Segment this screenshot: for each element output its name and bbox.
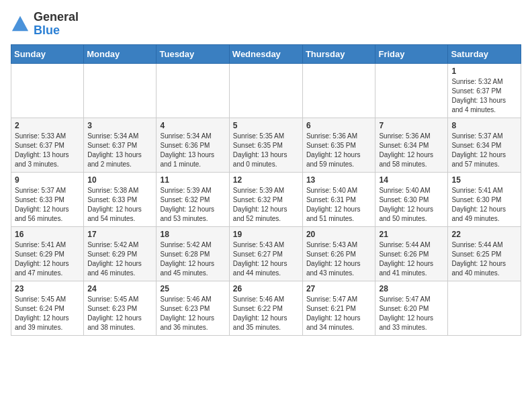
calendar-cell: 4Sunrise: 5:34 AM Sunset: 6:36 PM Daylig… [157, 118, 229, 172]
calendar-cell: 12Sunrise: 5:39 AM Sunset: 6:32 PM Dayli… [229, 172, 302, 226]
calendar-cell: 13Sunrise: 5:40 AM Sunset: 6:31 PM Dayli… [302, 172, 375, 226]
calendar-cell [375, 63, 448, 118]
calendar-week-row: 2Sunrise: 5:33 AM Sunset: 6:37 PM Daylig… [11, 118, 521, 172]
day-info: Sunrise: 5:36 AM Sunset: 6:34 PM Dayligh… [379, 132, 444, 169]
calendar-cell: 16Sunrise: 5:41 AM Sunset: 6:29 PM Dayli… [11, 226, 84, 281]
day-header-wednesday: Wednesday [229, 44, 302, 63]
day-header-tuesday: Tuesday [157, 44, 229, 63]
day-info: Sunrise: 5:40 AM Sunset: 6:30 PM Dayligh… [379, 186, 444, 224]
day-info: Sunrise: 5:41 AM Sunset: 6:30 PM Dayligh… [451, 186, 517, 224]
calendar-cell: 8Sunrise: 5:37 AM Sunset: 6:34 PM Daylig… [448, 118, 521, 172]
day-number: 24 [87, 284, 152, 293]
day-number: 2 [15, 121, 80, 130]
day-number: 9 [15, 175, 80, 185]
calendar-cell [84, 63, 157, 118]
day-number: 14 [379, 175, 444, 185]
calendar-cell: 1Sunrise: 5:32 AM Sunset: 6:37 PM Daylig… [448, 63, 521, 118]
day-info: Sunrise: 5:47 AM Sunset: 6:20 PM Dayligh… [379, 295, 444, 332]
calendar-cell: 2Sunrise: 5:33 AM Sunset: 6:37 PM Daylig… [11, 118, 84, 172]
day-info: Sunrise: 5:37 AM Sunset: 6:33 PM Dayligh… [15, 186, 80, 224]
day-info: Sunrise: 5:43 AM Sunset: 6:26 PM Dayligh… [306, 240, 372, 278]
day-info: Sunrise: 5:45 AM Sunset: 6:24 PM Dayligh… [15, 295, 80, 332]
day-number: 7 [379, 121, 444, 130]
day-info: Sunrise: 5:41 AM Sunset: 6:29 PM Dayligh… [15, 240, 80, 278]
day-header-friday: Friday [375, 44, 448, 63]
calendar-cell: 11Sunrise: 5:39 AM Sunset: 6:32 PM Dayli… [157, 172, 229, 226]
day-number: 6 [306, 121, 372, 130]
day-number: 21 [379, 230, 444, 239]
calendar-cell: 15Sunrise: 5:41 AM Sunset: 6:30 PM Dayli… [448, 172, 521, 226]
day-number: 22 [451, 230, 517, 239]
calendar-cell: 25Sunrise: 5:46 AM Sunset: 6:23 PM Dayli… [157, 281, 229, 335]
day-info: Sunrise: 5:37 AM Sunset: 6:34 PM Dayligh… [451, 132, 517, 169]
day-info: Sunrise: 5:39 AM Sunset: 6:32 PM Dayligh… [160, 186, 225, 224]
days-of-week-row: SundayMondayTuesdayWednesdayThursdayFrid… [11, 44, 521, 63]
day-info: Sunrise: 5:44 AM Sunset: 6:25 PM Dayligh… [451, 240, 517, 278]
day-number: 19 [233, 230, 299, 239]
calendar-cell: 5Sunrise: 5:35 AM Sunset: 6:35 PM Daylig… [229, 118, 302, 172]
calendar-header: SundayMondayTuesdayWednesdayThursdayFrid… [11, 44, 521, 63]
day-number: 25 [160, 284, 225, 293]
day-info: Sunrise: 5:38 AM Sunset: 6:33 PM Dayligh… [87, 186, 152, 224]
calendar-cell: 17Sunrise: 5:42 AM Sunset: 6:29 PM Dayli… [84, 226, 157, 281]
calendar-cell: 18Sunrise: 5:42 AM Sunset: 6:28 PM Dayli… [157, 226, 229, 281]
day-number: 18 [160, 230, 225, 239]
day-number: 27 [306, 284, 372, 293]
day-number: 11 [160, 175, 225, 185]
day-info: Sunrise: 5:46 AM Sunset: 6:23 PM Dayligh… [160, 295, 225, 332]
calendar-cell: 27Sunrise: 5:47 AM Sunset: 6:21 PM Dayli… [302, 281, 375, 335]
day-number: 28 [379, 284, 444, 293]
calendar-cell: 14Sunrise: 5:40 AM Sunset: 6:30 PM Dayli… [375, 172, 448, 226]
calendar-cell [11, 63, 84, 118]
day-number: 20 [306, 230, 372, 239]
day-header-monday: Monday [84, 44, 157, 63]
day-number: 17 [87, 230, 152, 239]
day-info: Sunrise: 5:42 AM Sunset: 6:28 PM Dayligh… [160, 240, 225, 278]
calendar-cell: 21Sunrise: 5:44 AM Sunset: 6:26 PM Dayli… [375, 226, 448, 281]
day-number: 4 [160, 121, 225, 130]
calendar-cell: 7Sunrise: 5:36 AM Sunset: 6:34 PM Daylig… [375, 118, 448, 172]
day-number: 15 [451, 175, 517, 185]
calendar-week-row: 1Sunrise: 5:32 AM Sunset: 6:37 PM Daylig… [11, 63, 521, 118]
day-header-thursday: Thursday [302, 44, 375, 63]
day-info: Sunrise: 5:36 AM Sunset: 6:35 PM Dayligh… [306, 132, 372, 169]
day-number: 23 [15, 284, 80, 293]
logo-text: General Blue [34, 11, 79, 38]
calendar-cell [229, 63, 302, 118]
calendar-table: SundayMondayTuesdayWednesdayThursdayFrid… [11, 44, 521, 336]
calendar-cell: 28Sunrise: 5:47 AM Sunset: 6:20 PM Dayli… [375, 281, 448, 335]
day-info: Sunrise: 5:43 AM Sunset: 6:27 PM Dayligh… [233, 240, 299, 278]
calendar-cell: 22Sunrise: 5:44 AM Sunset: 6:25 PM Dayli… [448, 226, 521, 281]
day-number: 10 [87, 175, 152, 185]
page-header: General Blue [11, 11, 521, 38]
day-number: 5 [233, 121, 299, 130]
calendar-cell: 20Sunrise: 5:43 AM Sunset: 6:26 PM Dayli… [302, 226, 375, 281]
logo: General Blue [11, 11, 79, 38]
day-info: Sunrise: 5:35 AM Sunset: 6:35 PM Dayligh… [233, 132, 299, 169]
svg-marker-0 [12, 16, 28, 31]
day-number: 13 [306, 175, 372, 185]
day-info: Sunrise: 5:34 AM Sunset: 6:37 PM Dayligh… [87, 132, 152, 169]
calendar-cell [302, 63, 375, 118]
calendar-body: 1Sunrise: 5:32 AM Sunset: 6:37 PM Daylig… [11, 63, 521, 335]
day-number: 12 [233, 175, 299, 185]
day-info: Sunrise: 5:42 AM Sunset: 6:29 PM Dayligh… [87, 240, 152, 278]
calendar-cell: 23Sunrise: 5:45 AM Sunset: 6:24 PM Dayli… [11, 281, 84, 335]
calendar-cell: 24Sunrise: 5:45 AM Sunset: 6:23 PM Dayli… [84, 281, 157, 335]
day-header-sunday: Sunday [11, 44, 84, 63]
logo-blue: Blue [34, 24, 79, 38]
day-info: Sunrise: 5:34 AM Sunset: 6:36 PM Dayligh… [160, 132, 225, 169]
day-info: Sunrise: 5:32 AM Sunset: 6:37 PM Dayligh… [451, 77, 517, 115]
calendar-cell: 10Sunrise: 5:38 AM Sunset: 6:33 PM Dayli… [84, 172, 157, 226]
day-number: 26 [233, 284, 299, 293]
logo-general: General [34, 11, 79, 24]
day-number: 3 [87, 121, 152, 130]
day-info: Sunrise: 5:39 AM Sunset: 6:32 PM Dayligh… [233, 186, 299, 224]
day-info: Sunrise: 5:44 AM Sunset: 6:26 PM Dayligh… [379, 240, 444, 278]
day-number: 1 [451, 66, 517, 76]
day-info: Sunrise: 5:45 AM Sunset: 6:23 PM Dayligh… [87, 295, 152, 332]
calendar-cell [448, 281, 521, 335]
calendar-cell [157, 63, 229, 118]
calendar-week-row: 16Sunrise: 5:41 AM Sunset: 6:29 PM Dayli… [11, 226, 521, 281]
day-header-saturday: Saturday [448, 44, 521, 63]
